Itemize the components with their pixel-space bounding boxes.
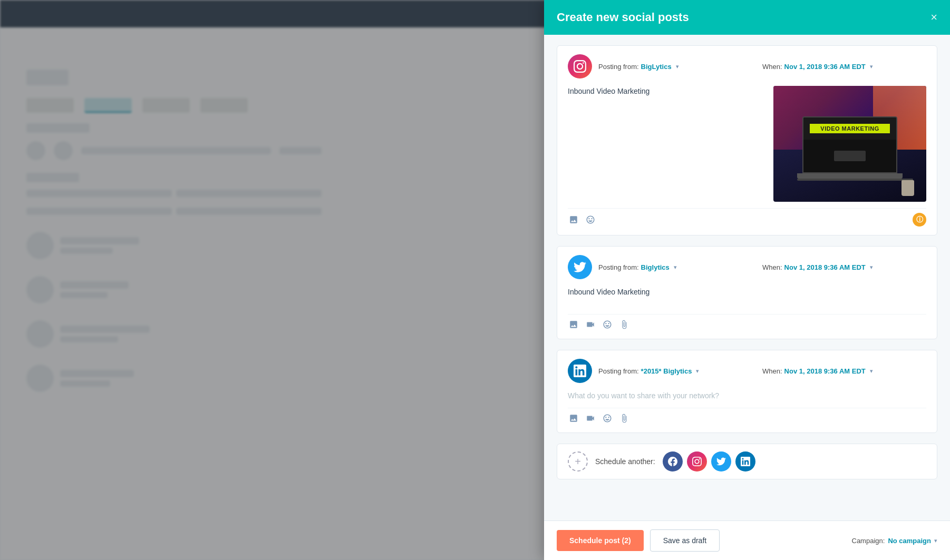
post-body-twitter: Inbound Video Marketing xyxy=(568,287,926,308)
modal-body: Posting from: BigLytics ▾ When: Nov 1, 2… xyxy=(544,35,950,520)
when-dropdown-linkedin[interactable]: ▾ xyxy=(870,368,873,375)
posting-account-instagram: BigLytics xyxy=(641,63,672,71)
campaign-section: Campaign: No campaign ▾ xyxy=(852,537,938,545)
add-instagram-button[interactable] xyxy=(687,451,707,471)
twitter-icon xyxy=(574,261,586,273)
when-section-linkedin: When: Nov 1, 2018 9:36 AM EDT ▾ xyxy=(762,367,926,375)
posting-account-twitter: Biglytics xyxy=(641,263,670,271)
modal-header: Create new social posts × xyxy=(544,0,950,35)
post-card-twitter: Posting from: Biglytics ▾ When: Nov 1, 2… xyxy=(557,246,937,339)
when-value-linkedin: Nov 1, 2018 9:36 AM EDT xyxy=(784,367,866,375)
when-dropdown-instagram[interactable]: ▾ xyxy=(870,63,873,70)
when-label-instagram: When: xyxy=(762,63,782,71)
when-value-instagram: Nov 1, 2018 9:36 AM EDT xyxy=(784,63,866,71)
post-card-instagram: Posting from: BigLytics ▾ When: Nov 1, 2… xyxy=(557,45,937,235)
post-text-area-linkedin[interactable]: What do you want to share with your netw… xyxy=(568,390,926,401)
posting-from-dropdown-linkedin[interactable]: ▾ xyxy=(696,368,699,375)
when-label-twitter: When: xyxy=(762,263,782,271)
posting-from-label-li: Posting from: xyxy=(598,367,639,375)
emoji-icon-twitter[interactable] xyxy=(602,319,613,330)
video-icon-twitter[interactable] xyxy=(585,319,596,330)
schedule-another-label: Schedule another: xyxy=(595,457,655,466)
add-platform-button[interactable]: + xyxy=(568,451,588,471)
add-linkedin-button[interactable] xyxy=(735,451,755,471)
post-body-instagram: Inbound Video Marketing VIDEO MARKETING xyxy=(568,86,926,202)
post-toolbar-instagram: ⓘ xyxy=(568,208,926,227)
post-header-linkedin: Posting from: *2015* Biglytics ▾ When: N… xyxy=(568,359,926,383)
when-section-twitter: When: Nov 1, 2018 9:36 AM EDT ▾ xyxy=(762,263,926,271)
post-header-twitter: Posting from: Biglytics ▾ When: Nov 1, 2… xyxy=(568,255,926,279)
instagram-avatar xyxy=(568,54,592,78)
post-card-linkedin: Posting from: *2015* Biglytics ▾ When: N… xyxy=(557,350,937,433)
posting-from-dropdown-instagram[interactable]: ▾ xyxy=(676,63,679,70)
attachment-icon-twitter[interactable] xyxy=(618,319,630,330)
campaign-dropdown-arrow[interactable]: ▾ xyxy=(934,537,937,544)
schedule-post-button[interactable]: Schedule post (2) xyxy=(557,530,644,551)
campaign-value[interactable]: No campaign xyxy=(888,537,931,545)
when-section-instagram: When: Nov 1, 2018 9:36 AM EDT ▾ xyxy=(762,63,926,71)
modal-close-button[interactable]: × xyxy=(930,12,937,23)
schedule-another-row: + Schedule another: xyxy=(557,444,937,479)
image-icon-linkedin[interactable] xyxy=(568,412,579,424)
posting-from-dropdown-twitter[interactable]: ▾ xyxy=(674,264,677,271)
add-facebook-button[interactable] xyxy=(663,451,683,471)
when-value-twitter: Nov 1, 2018 9:36 AM EDT xyxy=(784,263,866,271)
image-icon-twitter[interactable] xyxy=(568,319,579,330)
campaign-label: Campaign: xyxy=(852,537,885,545)
image-icon-instagram[interactable] xyxy=(568,214,579,225)
post-toolbar-twitter xyxy=(568,314,926,330)
emoji-icon-linkedin[interactable] xyxy=(602,412,613,424)
post-body-linkedin[interactable]: What do you want to share with your netw… xyxy=(568,390,926,401)
post-image-preview-instagram: VIDEO MARKETING xyxy=(773,86,926,202)
post-meta-linkedin: Posting from: *2015* Biglytics ▾ When: N… xyxy=(598,367,926,375)
post-text-placeholder-linkedin: What do you want to share with your netw… xyxy=(568,390,926,401)
posting-account-linkedin: *2015* Biglytics xyxy=(641,367,692,375)
create-social-posts-modal: Create new social posts × Posting from: … xyxy=(544,0,950,560)
post-text-area-instagram[interactable]: Inbound Video Marketing xyxy=(568,86,765,202)
post-meta-twitter: Posting from: Biglytics ▾ When: Nov 1, 2… xyxy=(598,263,926,271)
linkedin-icon xyxy=(574,365,586,377)
post-text-instagram: Inbound Video Marketing xyxy=(568,86,765,107)
when-dropdown-twitter[interactable]: ▾ xyxy=(870,264,873,271)
attachment-icon-linkedin[interactable] xyxy=(618,412,630,424)
schedule-social-icons xyxy=(663,451,755,471)
video-icon-linkedin[interactable] xyxy=(585,412,596,424)
save-draft-button[interactable]: Save as draft xyxy=(650,529,720,552)
post-meta-instagram: Posting from: BigLytics ▾ When: Nov 1, 2… xyxy=(598,63,926,71)
add-twitter-button[interactable] xyxy=(711,451,731,471)
emoji-icon-instagram[interactable] xyxy=(585,214,596,225)
post-header-instagram: Posting from: BigLytics ▾ When: Nov 1, 2… xyxy=(568,54,926,78)
linkedin-avatar xyxy=(568,359,592,383)
post-text-twitter: Inbound Video Marketing xyxy=(568,287,926,308)
coin-icon-instagram: ⓘ xyxy=(913,213,926,227)
twitter-avatar xyxy=(568,255,592,279)
post-toolbar-linkedin xyxy=(568,408,926,424)
modal-title: Create new social posts xyxy=(557,11,689,24)
posting-from-linkedin: Posting from: *2015* Biglytics ▾ xyxy=(598,367,762,375)
posting-from-twitter: Posting from: Biglytics ▾ xyxy=(598,263,762,271)
posting-from-label: Posting from: xyxy=(598,63,639,71)
posting-from-label-tw: Posting from: xyxy=(598,263,639,271)
instagram-icon xyxy=(574,60,586,73)
post-text-area-twitter[interactable]: Inbound Video Marketing xyxy=(568,287,926,308)
modal-footer: Schedule post (2) Save as draft Campaign… xyxy=(544,520,950,560)
posting-from-instagram: Posting from: BigLytics ▾ xyxy=(598,63,762,71)
when-label-linkedin: When: xyxy=(762,367,782,375)
